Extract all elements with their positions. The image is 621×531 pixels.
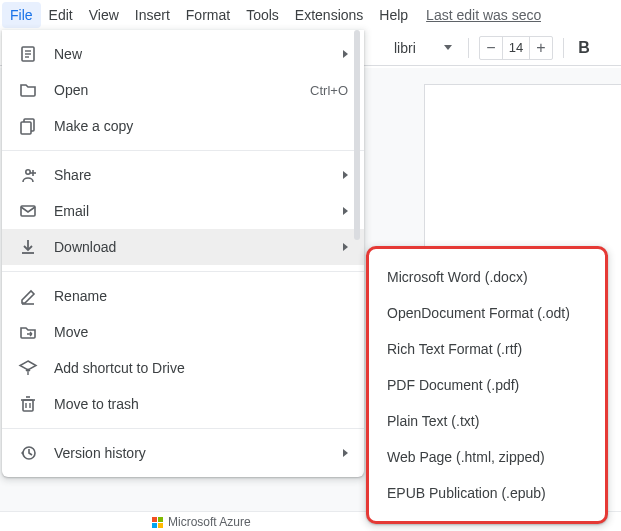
submenu-arrow-icon — [343, 449, 348, 457]
menu-item-label: Email — [54, 203, 335, 219]
chevron-down-icon — [444, 45, 452, 50]
email-icon — [18, 201, 38, 221]
download-submenu: Microsoft Word (.docx)OpenDocument Forma… — [366, 246, 608, 524]
menu-edit[interactable]: Edit — [41, 2, 81, 28]
doc-icon — [18, 44, 38, 64]
menu-divider — [2, 271, 364, 272]
download-option[interactable]: EPUB Publication (.epub) — [369, 475, 605, 511]
font-size-value[interactable]: 14 — [502, 37, 530, 59]
download-icon — [18, 237, 38, 257]
download-option[interactable]: PDF Document (.pdf) — [369, 367, 605, 403]
menu-tools[interactable]: Tools — [238, 2, 287, 28]
microsoft-logo-icon — [152, 517, 163, 528]
file-menu-dropdown: NewOpenCtrl+OMake a copyShareEmailDownlo… — [2, 30, 364, 477]
menu-item-label: Version history — [54, 445, 335, 461]
menu-format[interactable]: Format — [178, 2, 238, 28]
rename-icon — [18, 286, 38, 306]
menu-item-label: Make a copy — [54, 118, 348, 134]
menubar: File Edit View Insert Format Tools Exten… — [0, 0, 621, 30]
menu-divider — [2, 428, 364, 429]
menu-item-label: Move to trash — [54, 396, 348, 412]
file-menu-version-history[interactable]: Version history — [2, 435, 364, 471]
download-option[interactable]: Plain Text (.txt) — [369, 403, 605, 439]
font-family-value: libri — [394, 40, 416, 56]
submenu-arrow-icon — [343, 50, 348, 58]
share-icon — [18, 165, 38, 185]
toolbar-divider — [468, 38, 469, 58]
file-menu-share[interactable]: Share — [2, 157, 364, 193]
menu-item-label: Download — [54, 239, 335, 255]
file-menu-move-to-trash[interactable]: Move to trash — [2, 386, 364, 422]
download-option[interactable]: Microsoft Word (.docx) — [369, 259, 605, 295]
file-menu-make-a-copy[interactable]: Make a copy — [2, 108, 364, 144]
move-icon — [18, 322, 38, 342]
menu-item-label: Move — [54, 324, 348, 340]
font-size-decrease[interactable]: − — [480, 37, 502, 59]
taskbar-item-label: Microsoft Azure — [168, 515, 251, 529]
file-menu-new[interactable]: New — [2, 36, 364, 72]
file-menu-download[interactable]: Download — [2, 229, 364, 265]
font-size-stepper: − 14 + — [479, 36, 553, 60]
submenu-arrow-icon — [343, 207, 348, 215]
menu-item-shortcut: Ctrl+O — [310, 83, 348, 98]
menu-item-label: Add shortcut to Drive — [54, 360, 348, 376]
file-menu-email[interactable]: Email — [2, 193, 364, 229]
menu-insert[interactable]: Insert — [127, 2, 178, 28]
submenu-arrow-icon — [343, 243, 348, 251]
download-option[interactable]: Rich Text Format (.rtf) — [369, 331, 605, 367]
bold-button[interactable]: B — [574, 39, 594, 57]
file-menu-add-shortcut-to-drive[interactable]: Add shortcut to Drive — [2, 350, 364, 386]
menu-file[interactable]: File — [2, 2, 41, 28]
menu-item-label: Rename — [54, 288, 348, 304]
font-family-selector[interactable]: libri — [388, 36, 458, 60]
scrollbar[interactable] — [354, 30, 360, 240]
download-option[interactable]: OpenDocument Format (.odt) — [369, 295, 605, 331]
font-size-increase[interactable]: + — [530, 37, 552, 59]
last-edit-link[interactable]: Last edit was seco — [426, 7, 541, 23]
folder-icon — [18, 80, 38, 100]
menu-divider — [2, 150, 364, 151]
history-icon — [18, 443, 38, 463]
copy-icon — [18, 116, 38, 136]
submenu-arrow-icon — [343, 171, 348, 179]
toolbar-divider — [563, 38, 564, 58]
download-option[interactable]: Web Page (.html, zipped) — [369, 439, 605, 475]
trash-icon — [18, 394, 38, 414]
file-menu-move[interactable]: Move — [2, 314, 364, 350]
file-menu-open[interactable]: OpenCtrl+O — [2, 72, 364, 108]
menu-help[interactable]: Help — [371, 2, 416, 28]
file-menu-rename[interactable]: Rename — [2, 278, 364, 314]
menu-view[interactable]: View — [81, 2, 127, 28]
menu-item-label: Open — [54, 82, 310, 98]
taskbar-azure[interactable]: Microsoft Azure — [152, 512, 251, 531]
menu-item-label: New — [54, 46, 335, 62]
shortcut-icon — [18, 358, 38, 378]
menu-extensions[interactable]: Extensions — [287, 2, 371, 28]
menu-item-label: Share — [54, 167, 335, 183]
